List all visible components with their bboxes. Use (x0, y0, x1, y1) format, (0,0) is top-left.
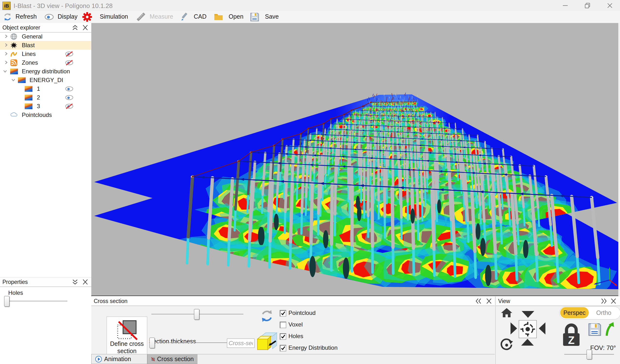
display-eye-icon[interactable] (44, 14, 54, 23)
expander-icon[interactable] (11, 78, 16, 82)
section-position-thumb[interactable] (194, 309, 199, 320)
3d-viewport[interactable] (91, 23, 618, 296)
lock-z-button[interactable]: Z (561, 323, 581, 348)
fov-slider-thumb[interactable] (587, 350, 592, 359)
visibility-on-icon[interactable] (65, 86, 74, 92)
floppy-icon[interactable] (250, 12, 259, 22)
refresh-section-icon[interactable] (260, 309, 274, 323)
tree-item-blast[interactable]: Blast (0, 41, 91, 50)
pointcloud-checkbox[interactable] (280, 310, 286, 317)
close-panel-icon[interactable] (486, 298, 492, 304)
tilt-up-button[interactable] (521, 339, 534, 346)
view-title: View (498, 298, 510, 304)
globe-icon (10, 33, 17, 40)
perspective-option[interactable]: Perspec (560, 307, 589, 318)
toolbar-open[interactable]: Open (229, 13, 243, 20)
close-panel-icon[interactable] (610, 298, 617, 304)
tree-label: Energy distribution (22, 68, 89, 75)
visibility-off-icon[interactable] (65, 51, 74, 57)
blast-icon (10, 42, 17, 49)
visibility-off-icon[interactable] (65, 60, 74, 66)
center-view-button[interactable] (519, 320, 537, 338)
properties-header: Properties (0, 277, 91, 287)
tree-label: Zones (22, 59, 38, 66)
section-thickness-thumb[interactable] (149, 338, 155, 348)
checkbox-label: Voxel (288, 321, 303, 328)
restore-button[interactable] (578, 0, 597, 11)
section-thickness-label: Section thickness (149, 338, 196, 345)
toolbar: Refresh Display Simulation (0, 11, 620, 23)
object-explorer-title: Object explorer (2, 24, 40, 31)
holes-slider[interactable] (8, 301, 67, 302)
voxel-cube-icon[interactable] (256, 329, 278, 352)
tree-item-energy-di[interactable]: ENERGY_DI (0, 76, 91, 84)
checkbox-label: Holes (288, 333, 303, 340)
close-panel-icon[interactable] (82, 24, 89, 31)
toolbar-save[interactable]: Save (265, 13, 279, 20)
toolbar-cad[interactable]: CAD (194, 13, 207, 20)
energy-distribution-checkbox[interactable] (280, 345, 286, 351)
tree-item-lines[interactable]: Lines (0, 50, 91, 58)
tab-label: Animation (104, 356, 131, 363)
cross-section-name-input[interactable] (227, 339, 255, 348)
close-button[interactable] (601, 0, 619, 11)
view-panel: View (495, 296, 620, 364)
refresh-icon[interactable] (3, 12, 12, 22)
cross-section-header: Cross section (91, 296, 495, 306)
window-title: I-Blast - 3D view - Polígono 10.1.28 (14, 2, 113, 10)
expander-icon[interactable] (4, 60, 8, 65)
tab-animation[interactable]: Animation (91, 354, 147, 364)
holes-checkbox[interactable] (280, 333, 286, 340)
expander-icon[interactable] (3, 69, 7, 73)
expand-right-icon[interactable] (600, 298, 607, 304)
tab-cross-section[interactable]: Cross section (147, 354, 197, 364)
collapse-panel-icon[interactable] (72, 24, 78, 31)
rotate-left-button[interactable] (539, 322, 545, 334)
ruler-icon[interactable] (136, 12, 145, 22)
voxel-checkbox[interactable] (280, 322, 286, 328)
close-panel-icon[interactable] (82, 279, 89, 285)
restore-icon (584, 2, 591, 9)
holes-slider-thumb[interactable] (4, 296, 9, 307)
tree-item-pointclouds[interactable]: Pointclouds (0, 111, 91, 119)
pencil-icon[interactable] (180, 12, 189, 22)
heatmap-icon (10, 68, 18, 74)
ortho-option[interactable]: Ortho (592, 307, 616, 318)
expander-icon[interactable] (4, 34, 8, 38)
home-view-button[interactable] (500, 307, 513, 319)
toolbar-simulation[interactable]: Simulation (100, 13, 128, 20)
tree-item-slice-2[interactable]: 2 (0, 93, 91, 102)
expander-icon[interactable] (4, 52, 8, 56)
minimize-button[interactable] (556, 0, 574, 11)
properties-title: Properties (2, 279, 28, 285)
visibility-on-icon[interactable] (65, 95, 74, 100)
save-view-button[interactable] (588, 323, 601, 337)
tree-item-slice-3[interactable]: 3 (0, 102, 91, 111)
projection-toggle[interactable]: Perspec Ortho (559, 306, 620, 319)
toolbar-refresh[interactable]: Refresh (16, 13, 37, 20)
expand-panel-icon[interactable] (72, 279, 78, 285)
checkbox-label: Energy Distribution (288, 344, 338, 351)
up-arrow-button[interactable] (604, 322, 616, 338)
gear-icon[interactable] (82, 12, 93, 22)
app-icon: iB (2, 2, 11, 10)
define-cross-section-label: Define cross section (107, 340, 147, 355)
tree-item-energy-distribution[interactable]: Energy distribution (0, 67, 91, 76)
view-header: View (496, 296, 620, 306)
checkbox-label: Pointcloud (288, 310, 316, 316)
fov-value-label: FOV: 70° (590, 344, 616, 352)
tree-item-slice-1[interactable]: 1 (0, 84, 91, 93)
rotate-right-button[interactable] (511, 322, 517, 334)
expander-icon[interactable] (4, 43, 8, 47)
toolbar-display[interactable]: Display (58, 13, 78, 20)
visibility-off-icon[interactable] (65, 103, 74, 109)
object-explorer-panel: Object explorer General Blast (0, 23, 92, 277)
tilt-down-button[interactable] (522, 311, 534, 318)
tree-item-zones[interactable]: Zones (0, 58, 91, 67)
tree-item-general[interactable]: General (0, 32, 91, 41)
rotate-view-button[interactable] (499, 336, 513, 351)
svg-text:Z: Z (568, 334, 575, 346)
properties-panel: Properties Holes (0, 277, 92, 364)
collapse-left-icon[interactable] (475, 298, 482, 304)
folder-icon[interactable] (214, 12, 223, 22)
